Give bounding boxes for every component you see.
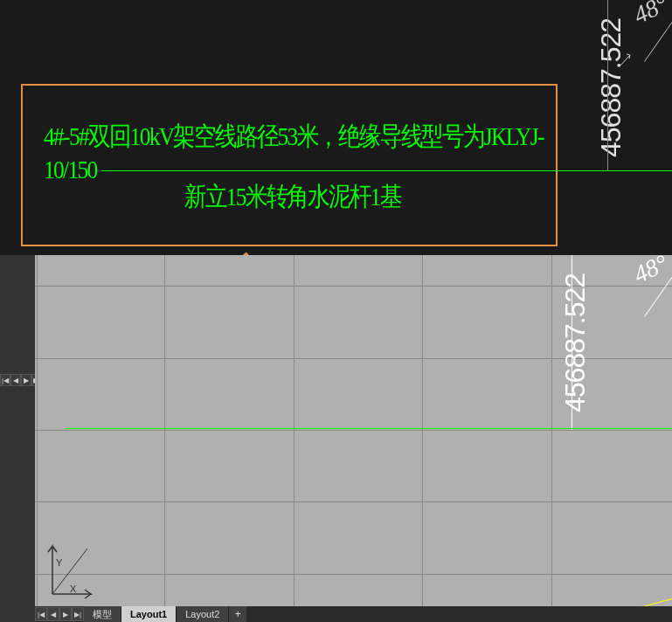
svg-text:X: X xyxy=(70,584,77,594)
scroll-first-button[interactable]: |◀ xyxy=(0,374,10,386)
annotation-text-line2: 新立15米转角水泥杆1基 xyxy=(184,179,400,215)
dimension-text-upper: 456887.522 xyxy=(595,18,627,157)
layout-tab-bar: |◀ ◀ ▶ ▶| 模型 Layout1 Layout2 + xyxy=(35,606,672,622)
grid-line-v xyxy=(294,255,294,606)
tab-nav-last-button[interactable]: ▶| xyxy=(72,607,84,621)
model-space-viewport[interactable]: 4#-5#双回10kV架空线路径53米，绝缘导线型号为JKLYJ-10/150 … xyxy=(0,0,672,255)
grid-line-h xyxy=(35,501,672,502)
grid-line-v xyxy=(551,255,552,606)
grid-line-v xyxy=(37,255,38,606)
grid-line-h xyxy=(35,574,672,575)
tab-add-button[interactable]: + xyxy=(229,606,246,622)
angle-arrow-upper-icon xyxy=(620,51,637,68)
angle-text-lower: 48° xyxy=(629,249,672,289)
layout-paper-space[interactable]: 456887.522 48° Y X xyxy=(35,255,672,606)
dimension-line-lower xyxy=(572,255,572,430)
angle-leader-upper xyxy=(644,22,672,62)
tab-layout2[interactable]: Layout2 xyxy=(177,606,229,622)
svg-text:Y: Y xyxy=(56,557,63,568)
dimension-text-lower: 456887.522 xyxy=(559,273,592,412)
tab-nav-prev-button[interactable]: ◀ xyxy=(47,607,59,621)
ucs-icon: Y X xyxy=(45,542,94,599)
scroll-prev-button[interactable]: ◀ xyxy=(10,374,21,386)
scroll-next-button[interactable]: ▶ xyxy=(21,374,31,386)
angle-text-upper: 48° xyxy=(629,0,672,30)
tab-model[interactable]: 模型 xyxy=(84,606,121,622)
annotation-text-line1: 4#-5#双回10kV架空线路径53米，绝缘导线型号为JKLYJ-10/150 xyxy=(44,119,578,184)
grid-line-h xyxy=(35,430,672,431)
grid-line-v xyxy=(422,255,423,606)
dimension-line-upper xyxy=(607,0,608,170)
annotation-underline xyxy=(101,170,672,171)
tab-nav-next-button[interactable]: ▶ xyxy=(59,607,72,621)
tab-nav-first-button[interactable]: |◀ xyxy=(35,607,47,621)
drawing-green-line xyxy=(66,428,672,429)
grid-line-v xyxy=(164,255,165,606)
tab-layout1[interactable]: Layout1 xyxy=(121,606,177,622)
